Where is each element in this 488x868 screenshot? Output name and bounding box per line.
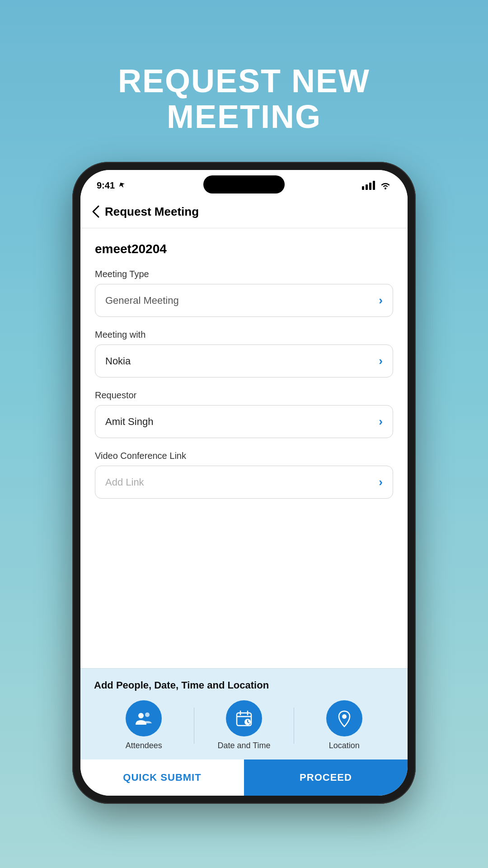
back-chevron-icon [91, 204, 100, 219]
video-conference-chevron-icon: › [379, 475, 383, 489]
phone-frame: 9:41 [72, 162, 416, 804]
svg-point-2 [145, 712, 150, 717]
requestor-field[interactable]: Amit Singh › [95, 405, 393, 438]
quick-submit-button[interactable]: QUICK SUBMIT [80, 760, 244, 796]
svg-point-1 [138, 713, 144, 718]
bottom-panel: Add People, Date, Time and Location Atte… [80, 668, 408, 760]
attendees-action[interactable]: Attendees [94, 700, 194, 750]
status-icons [362, 181, 391, 190]
nav-title: Request Meeting [105, 205, 199, 219]
calendar-icon [234, 708, 254, 728]
attendees-icon [134, 708, 154, 728]
wifi-icon [380, 181, 391, 190]
video-conference-label: Video Conference Link [95, 451, 393, 461]
meeting-with-chevron-icon: › [379, 354, 383, 368]
requestor-label: Requestor [95, 390, 393, 401]
location-label: Location [329, 741, 360, 750]
back-button[interactable] [91, 204, 100, 219]
meeting-id: emeet20204 [95, 242, 393, 256]
meeting-with-label: Meeting with [95, 330, 393, 340]
main-content: emeet20204 Meeting Type General Meeting … [80, 228, 408, 668]
date-time-label: Date and Time [217, 741, 270, 750]
signal-bars-icon [362, 181, 375, 190]
page-background-title: REQUEST NEW MEETING [118, 63, 370, 135]
date-time-action[interactable]: Date and Time [194, 700, 294, 750]
dynamic-island [203, 175, 285, 193]
svg-point-0 [385, 188, 386, 189]
date-time-circle [226, 700, 262, 736]
status-time: 9:41 [97, 180, 126, 191]
video-conference-placeholder: Add Link [105, 476, 144, 488]
requestor-chevron-icon: › [379, 415, 383, 429]
attendees-label: Attendees [126, 741, 162, 750]
meeting-type-label: Meeting Type [95, 269, 393, 279]
requestor-value: Amit Singh [105, 416, 153, 428]
meeting-type-field[interactable]: General Meeting › [95, 284, 393, 317]
meeting-type-chevron-icon: › [379, 293, 383, 307]
proceed-button[interactable]: PROCEED [244, 760, 408, 796]
location-icon [334, 708, 354, 728]
bottom-panel-title: Add People, Date, Time and Location [94, 679, 394, 691]
navigation-icon [118, 182, 126, 189]
meeting-with-field[interactable]: Nokia › [95, 344, 393, 377]
footer-buttons: QUICK SUBMIT PROCEED [80, 760, 408, 796]
meeting-with-value: Nokia [105, 355, 131, 367]
attendees-circle [126, 700, 162, 736]
location-circle [326, 700, 362, 736]
location-action[interactable]: Location [294, 700, 394, 750]
svg-point-8 [342, 714, 347, 719]
video-conference-field[interactable]: Add Link › [95, 466, 393, 499]
phone-screen: 9:41 [80, 170, 408, 796]
nav-bar: Request Meeting [80, 197, 408, 228]
meeting-type-value: General Meeting [105, 295, 179, 307]
action-icons-row: Attendees Date [94, 700, 394, 750]
